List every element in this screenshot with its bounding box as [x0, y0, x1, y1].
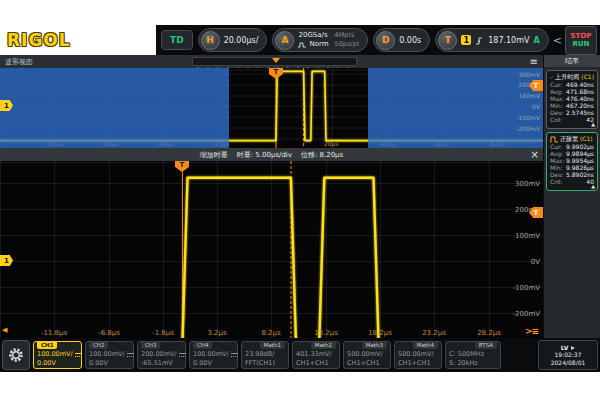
channel-tab[interactable]: CH2: [89, 342, 108, 349]
mode-badge-td[interactable]: TD: [161, 30, 193, 50]
card-expand-icon[interactable]: ▲: [591, 183, 595, 189]
zoom-volt-label: -200mV: [513, 310, 541, 318]
zoom-offset-value: 位移: 8.20μs: [301, 150, 343, 160]
zoom-waveform: [0, 161, 543, 338]
dc-coupling-icon: [179, 352, 186, 358]
math-tab[interactable]: Math4: [413, 342, 438, 349]
speaker-icon: [571, 346, 575, 350]
run-stop-button[interactable]: STOP RUN: [565, 26, 597, 55]
zoom-timebase-value: 时基: 5.00μs/div: [237, 150, 292, 160]
stat-label: Dev:: [550, 171, 564, 178]
channel-tab[interactable]: CH1: [37, 342, 57, 349]
waveform-view-menu-icon[interactable]: ≡: [530, 55, 538, 68]
rtsa-center-freq: C: 500MHz: [449, 350, 497, 359]
math-block-math1[interactable]: Math1 23.98dB/ FFT(CH1): [241, 341, 289, 369]
rtsa-span: S: 20kHz: [449, 359, 497, 368]
run-label: RUN: [572, 41, 589, 48]
stat-label: Min:: [550, 102, 563, 109]
dc-coupling-icon: [231, 352, 238, 358]
trigger-control[interactable]: T 1 187.10mV A: [435, 28, 548, 52]
settings-gear-button[interactable]: [2, 340, 30, 370]
math-block-math4[interactable]: Math4 500.00mV/ CH1+CH1: [394, 341, 442, 369]
horizontal-knob-icon[interactable]: H: [201, 31, 220, 50]
math-tab[interactable]: Math2: [311, 342, 336, 349]
zoom-panel[interactable]: -11.8μs -6.8μs -1.8μs 3.2μs 8.2μs 13.2μs…: [0, 161, 543, 338]
zoom-time-label: -6.8μs: [92, 329, 126, 337]
zoom-close-icon[interactable]: ×: [531, 148, 539, 161]
zoom-time-label: 28.2μs: [472, 329, 506, 337]
math-block-math2[interactable]: Math2 401.33mV/ CH1+CH1: [292, 341, 340, 369]
channel-block-ch4[interactable]: CH4 100.00mV/ 0.00V: [189, 341, 238, 369]
channel-block-ch1[interactable]: CH1 100.00mV/ 0.00V: [33, 341, 82, 369]
rise-time-icon: [550, 74, 553, 81]
channel-scale: 100.00mV/: [37, 350, 73, 359]
zoom-bar-label: 缩放时基: [200, 150, 228, 160]
channel-offset: 0.00V: [37, 359, 78, 368]
rtsa-tab[interactable]: RTSA: [475, 342, 497, 349]
channel-offset: 0.00V: [89, 359, 130, 368]
panel-collapse-icon[interactable]: ◀: [2, 326, 7, 334]
horizontal-timebase-control[interactable]: H 20.00μs/: [198, 28, 268, 52]
zoom-volt-label: 0V: [531, 258, 540, 266]
zoom-volt-label: -100mV: [513, 284, 541, 292]
trigger-source-badge: 1: [461, 35, 471, 45]
acquire-knob-icon[interactable]: A: [275, 31, 294, 50]
zoom-volt-label: 100mV: [515, 232, 540, 240]
channel-offset: -65.51mV: [141, 359, 182, 368]
trigger-coupling-flag: A: [533, 36, 539, 45]
brand-logo-block: RIGOL: [0, 25, 156, 55]
panel-more-menu-icon[interactable]: >≡: [525, 326, 538, 336]
overview-panel[interactable]: -80μs -60μs -40μs -20μs 20μs 40μs 60μs 8…: [0, 68, 543, 148]
math-block-math3[interactable]: Math3 500.00mV/ CH1+CH1: [343, 341, 391, 369]
timebase-value: 20.00μs/: [224, 36, 259, 45]
measurement-title: 正脉宽(C1): [550, 135, 594, 143]
math-scale: 401.33mV/: [296, 350, 336, 359]
clock-block[interactable]: LV 19:02:37 2024/08/01: [538, 340, 598, 370]
channel-block-ch3[interactable]: CH3 200.00mV/ -65.51mV: [137, 341, 186, 369]
channel-tab[interactable]: CH3: [141, 342, 160, 349]
gear-icon: [8, 347, 24, 363]
channel-tab[interactable]: CH4: [193, 342, 212, 349]
rising-edge-icon: [475, 36, 484, 45]
math-tab[interactable]: Math1: [260, 342, 285, 349]
memory-depth: 4Mpts: [335, 31, 360, 40]
toolbar-prev-arrow[interactable]: <: [553, 34, 562, 47]
measurement-card-risetime[interactable]: 上升时间(C1) Cur:469.40ns Avg:471.68ns Max:4…: [546, 70, 598, 129]
navigator-position-marker[interactable]: [272, 58, 280, 63]
stat-label: Max:: [550, 95, 564, 102]
stat-label: Min:: [550, 164, 563, 171]
measurement-card-pulsewidth[interactable]: 正脉宽(C1) Cur:9.9902μs Avg:9.9894μs Max:9.…: [546, 132, 598, 191]
measurement-title: 上升时间(C1): [550, 73, 594, 81]
zoom-time-label: -11.8μs: [37, 329, 71, 337]
acquire-control[interactable]: A 20GSa/s Norm 4Mpts 50ps/pt: [272, 28, 368, 52]
stat-label: Avg:: [550, 150, 563, 157]
screenshot-root: RIGOL TD H 20.00μs/ A 20GSa/s Norm: [0, 0, 600, 400]
zoom-window-shade-left[interactable]: [0, 68, 229, 148]
math-scale: 500.00mV/: [347, 350, 387, 359]
stat-label: Cnt:: [550, 116, 562, 123]
ov-volt-label: -200mV: [516, 125, 540, 132]
zoom-timebase-bar[interactable]: 缩放时基 时基: 5.00μs/div 位移: 8.20μs ×: [0, 148, 543, 161]
math-tab[interactable]: Math3: [362, 342, 387, 349]
acquire-mode: Norm: [309, 40, 328, 49]
zoom-window-shade-right[interactable]: [368, 68, 543, 148]
stat-value: 9.9826μs: [566, 164, 594, 171]
card-expand-icon[interactable]: ▲: [591, 121, 595, 127]
delay-control[interactable]: D 0.00s: [373, 28, 430, 52]
delay-knob-icon[interactable]: D: [376, 31, 395, 50]
stat-value: 9.9894μs: [566, 150, 594, 157]
channel-bar: CH1 100.00mV/ 0.00V CH2 100.00mV/ 0.00V …: [0, 338, 600, 372]
measurement-source: (C1): [580, 135, 593, 143]
math-expression: FFT(CH1): [245, 359, 285, 368]
top-toolbar: RIGOL TD H 20.00μs/ A 20GSa/s Norm: [0, 25, 600, 55]
channel-block-ch2[interactable]: CH2 100.00mV/ 0.00V: [85, 341, 134, 369]
acquire-info: 20GSa/s Norm 4Mpts 50ps/pt: [298, 31, 359, 49]
rtsa-block[interactable]: RTSA C: 500MHz S: 20kHz: [445, 341, 501, 369]
stat-value: 9.9902μs: [566, 143, 594, 150]
math-expression: CH1+CH1: [296, 359, 336, 368]
trigger-knob-icon[interactable]: T: [438, 31, 457, 50]
ov-time-label: 20μs: [316, 140, 346, 147]
measurement-source: (C1): [581, 73, 594, 81]
waveform-navigator-strip[interactable]: [192, 57, 357, 66]
stat-value: 5.8902ns: [566, 171, 594, 178]
